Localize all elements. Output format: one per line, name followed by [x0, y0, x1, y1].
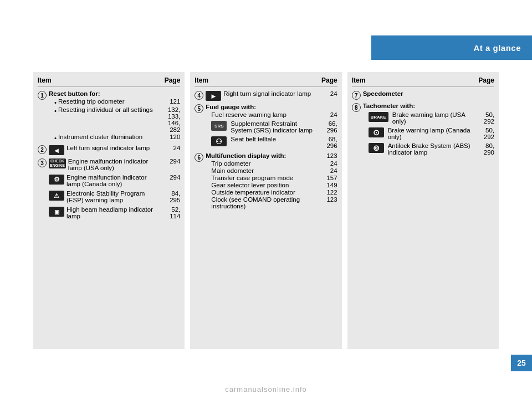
brake-usa-row: BRAKE Brake warning lamp (USA only) 50,2… [369, 111, 494, 125]
main-content: Item Page 1 Reset button for: • Resettin… [33, 72, 499, 349]
engine-malfunction-canada-icon: ⚙ [49, 175, 64, 185]
trip-odometer-row: Trip odometer 24 [211, 160, 337, 167]
sub-resetting-individual: • Resetting individual or all settings 1… [54, 106, 180, 133]
fuel-gauge-title: Fuel gauge with: [206, 104, 337, 110]
num-3: 3 [38, 158, 47, 167]
check-engine-icon: CHECKENGINE [49, 158, 66, 168]
panel-1-header: Item Page [38, 76, 180, 87]
num-7: 7 [352, 91, 361, 100]
page-number: 25 [511, 355, 532, 371]
num-2: 2 [38, 145, 47, 154]
reset-button-title: Reset button for: [49, 90, 180, 97]
num-6: 6 [195, 153, 203, 162]
num-8: 8 [352, 103, 361, 112]
srs-row: SRS Supplemental Restraint System (SRS) … [211, 120, 337, 134]
gear-selector-row: Gear selector lever position 149 [211, 182, 337, 188]
panel-2-col-item: Item [195, 76, 208, 84]
panel-3-header: Item Page [352, 76, 494, 87]
panel-3-col-page: Page [478, 76, 494, 84]
entry-engine-malfunction-canada: ⚙ Engine malfunction indicator lamp (Can… [38, 174, 180, 187]
right-arrow-icon: ► [206, 91, 221, 101]
fuel-reserve-row: Fuel reserve warning lamp 24 [211, 111, 337, 118]
transfer-case-row: Transfer case program mode 157 [211, 175, 337, 181]
entry-right-turn: 4 ► Right turn signal indicator lamp 24 [195, 90, 337, 101]
brake-canada-icon: ⊙ [369, 127, 384, 137]
multifunction-title: Multifunction display with: [206, 152, 286, 159]
panel-2-col-page: Page [321, 76, 337, 84]
speedometer-title: Speedometer [363, 90, 403, 97]
header-bar: At a glance [371, 35, 532, 60]
brake-usa-icon: BRAKE [369, 112, 388, 122]
num-5: 5 [195, 104, 203, 113]
brake-canada-row: ⊙ Brake warning lamp (Canada only) 50,29… [369, 127, 494, 140]
panel-2: Item Page 4 ► Right turn signal indicato… [190, 72, 341, 349]
panel-1: Item Page 1 Reset button for: • Resettin… [33, 72, 185, 349]
entry-high-beam: ▣ High beam headlamp indicator lamp 52,1… [38, 206, 180, 219]
srs-icon: SRS [211, 121, 227, 131]
entry-engine-malfunction-usa: 3 CHECKENGINE Engine malfunction indicat… [38, 158, 180, 171]
entry-tachometer: 8 Tachometer with: BRAKE Brake warning l… [352, 103, 494, 156]
panel-2-header: Item Page [195, 76, 337, 87]
clock-row: Clock (see COMAND operating instructions… [211, 196, 337, 209]
entry-fuel-gauge: 5 Fuel gauge with: Fuel reserve warning … [195, 104, 337, 150]
sub-trip-odometer: • Resetting trip odometer 121 [54, 98, 180, 106]
entry-esp: ⚠ Electronic Stability Program (ESP) war… [38, 190, 180, 203]
entry-reset-button: 1 Reset button for: • Resetting trip odo… [38, 90, 180, 142]
abs-row: ⊚ Antilock Brake System (ABS) indicator … [369, 142, 494, 156]
panel-1-col-item: Item [38, 76, 52, 84]
panel-3: Item Page 7 Speedometer 8 Tachometer wit… [347, 72, 499, 349]
panel-3-col-item: Item [352, 76, 366, 84]
header-title: At a glance [473, 43, 521, 53]
entry-left-turn: 2 ◄ Left turn signal indicator lamp 24 [38, 145, 180, 155]
panel-1-col-page: Page [165, 76, 181, 84]
seatbelt-icon: ⚇ [211, 136, 227, 146]
sub-instrument-cluster: • Instrument cluster illumination 120 [54, 134, 180, 141]
esp-icon: ⚠ [49, 191, 64, 201]
highbeam-icon: ▣ [49, 207, 64, 217]
seatbelt-row: ⚇ Seat belt telltale 68,296 [211, 136, 337, 149]
watermark: carmanualsonline.info [225, 385, 306, 393]
entry-speedometer: 7 Speedometer [352, 90, 494, 100]
outside-temp-row: Outside temperature indicator 122 [211, 189, 337, 196]
main-odometer-row: Main odometer 24 [211, 167, 337, 174]
tachometer-title: Tachometer with: [363, 103, 494, 109]
num-1: 1 [38, 91, 47, 100]
left-arrow-icon: ◄ [49, 145, 64, 155]
entry-multifunction: 6 Multifunction display with: 123 Trip o… [195, 152, 337, 210]
num-4: 4 [195, 91, 203, 100]
abs-icon: ⊚ [369, 143, 384, 153]
